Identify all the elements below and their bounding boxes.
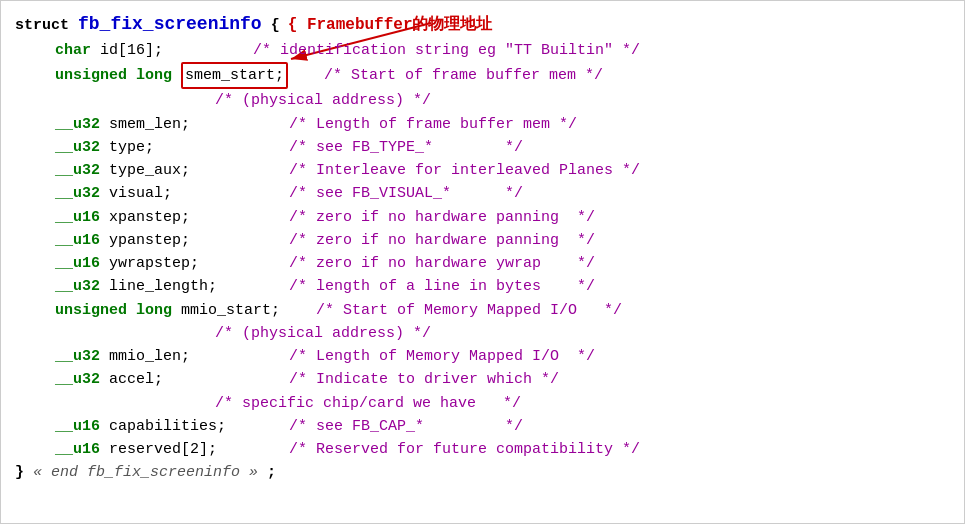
type-u16-ywrap: __u16	[55, 252, 109, 275]
comment-mmio-start: /* Start of Memory Mapped I/O */	[316, 299, 622, 322]
type-aux-line: __u32 type_aux; /* Interleave for interl…	[15, 159, 950, 182]
type-u16-reserved: __u16	[55, 438, 109, 461]
comment-id: /* identification string eg "TT Builtin"…	[253, 39, 640, 62]
field-reserved: reserved[2];	[109, 438, 289, 461]
comment-type: /* see FB_TYPE_* */	[289, 136, 523, 159]
physical-addr-comment-line: /* (physical address) */	[15, 89, 950, 112]
field-ywrapstep: ywrapstep;	[109, 252, 289, 275]
smem-start-field-boxed: smem_start;	[181, 62, 288, 89]
type-u16-ypan: __u16	[55, 229, 109, 252]
ywrapstep-line: __u16 ywrapstep; /* zero if no hardware …	[15, 252, 950, 275]
struct-keyword: struct	[15, 14, 78, 37]
end-line: } « end fb_fix_screeninfo » ;	[15, 461, 950, 484]
field-xpanstep: xpanstep;	[109, 206, 289, 229]
struct-brace-open: {	[262, 14, 280, 37]
type-unsigned-long: unsigned long	[55, 64, 181, 87]
type-u32-smemlen: __u32	[55, 113, 109, 136]
struct-name: fb_fix_screeninfo	[78, 11, 262, 39]
comment-smem: /* Start of frame buffer mem */	[324, 64, 603, 87]
visual-line: __u32 visual; /* see FB_VISUAL_* */	[15, 182, 950, 205]
type-u16-cap: __u16	[55, 415, 109, 438]
comment-type-aux: /* Interleave for interleaved Planes */	[289, 159, 640, 182]
mmio-start-line: unsigned long mmio_start; /* Start of Me…	[15, 299, 950, 322]
specific-chip-line: /* specific chip/card we have */	[15, 392, 950, 415]
accel-line: __u32 accel; /* Indicate to driver which…	[15, 368, 950, 391]
comment-reserved: /* Reserved for future compatibility */	[289, 438, 640, 461]
capabilities-line: __u16 capabilities; /* see FB_CAP_* */	[15, 415, 950, 438]
field-mmio-len: mmio_len;	[109, 345, 289, 368]
annotation-brace: {	[288, 13, 307, 38]
field-type-aux: type_aux;	[109, 159, 289, 182]
code-block: struct fb_fix_screeninfo { { Framebuffer…	[0, 0, 965, 524]
type-line: __u32 type; /* see FB_TYPE_* */	[15, 136, 950, 159]
type-char: char	[55, 39, 100, 62]
field-line-length: line_length;	[109, 275, 289, 298]
comment-accel: /* Indicate to driver which */	[289, 368, 559, 391]
char-id-line: char id[16]; /* identification string eg…	[15, 39, 950, 62]
type-u32-mmiolen: __u32	[55, 345, 109, 368]
type-u32-typeaux: __u32	[55, 159, 109, 182]
end-comment: « end fb_fix_screeninfo »	[33, 461, 258, 484]
comment-ypanstep: /* zero if no hardware panning */	[289, 229, 595, 252]
closing-brace: }	[15, 461, 33, 484]
line-length-line: __u32 line_length; /* length of a line i…	[15, 275, 950, 298]
smem-start-line: unsigned long smem_start; /* Start of fr…	[15, 62, 950, 89]
comment-capabilities: /* see FB_CAP_* */	[289, 415, 523, 438]
smem-spacing	[288, 64, 324, 87]
field-type: type;	[109, 136, 289, 159]
comment-smem-len: /* Length of frame buffer mem */	[289, 113, 577, 136]
type-u16-xpan: __u16	[55, 206, 109, 229]
field-smem-len: smem_len;	[109, 113, 289, 136]
comment-line-length: /* length of a line in bytes */	[289, 275, 595, 298]
field-capabilities: capabilities;	[109, 415, 289, 438]
type-u32-linelen: __u32	[55, 275, 109, 298]
field-visual: visual;	[109, 182, 289, 205]
type-u32-accel: __u32	[55, 368, 109, 391]
field-accel: accel;	[109, 368, 289, 391]
comment-physaddr: /* (physical address) */	[215, 89, 431, 112]
type-unsigned-long-mmio: unsigned long	[55, 299, 181, 322]
comment-mmio-physaddr: /* (physical address) */	[215, 322, 431, 345]
semicolon: ;	[258, 461, 276, 484]
comment-xpanstep: /* zero if no hardware panning */	[289, 206, 595, 229]
xpanstep-line: __u16 xpanstep; /* zero if no hardware p…	[15, 206, 950, 229]
comment-mmio-len: /* Length of Memory Mapped I/O */	[289, 345, 595, 368]
comment-specific-chip: /* specific chip/card we have */	[215, 392, 521, 415]
mmio-physaddr-comment-line: /* (physical address) */	[15, 322, 950, 345]
comment-ywrapstep: /* zero if no hardware ywrap */	[289, 252, 595, 275]
field-id: id[16];	[100, 39, 253, 62]
reserved-line: __u16 reserved[2]; /* Reserved for futur…	[15, 438, 950, 461]
type-u32-visual: __u32	[55, 182, 109, 205]
field-mmio-start: mmio_start;	[181, 299, 316, 322]
smem-len-line: __u32 smem_len; /* Length of frame buffe…	[15, 113, 950, 136]
ypanstep-line: __u16 ypanstep; /* zero if no hardware p…	[15, 229, 950, 252]
type-u32-type: __u32	[55, 136, 109, 159]
mmio-len-line: __u32 mmio_len; /* Length of Memory Mapp…	[15, 345, 950, 368]
comment-visual: /* see FB_VISUAL_* */	[289, 182, 523, 205]
struct-declaration-line: struct fb_fix_screeninfo { { Framebuffer…	[15, 11, 950, 39]
field-ypanstep: ypanstep;	[109, 229, 289, 252]
annotation-text: Framebuffer的物理地址	[307, 13, 493, 38]
